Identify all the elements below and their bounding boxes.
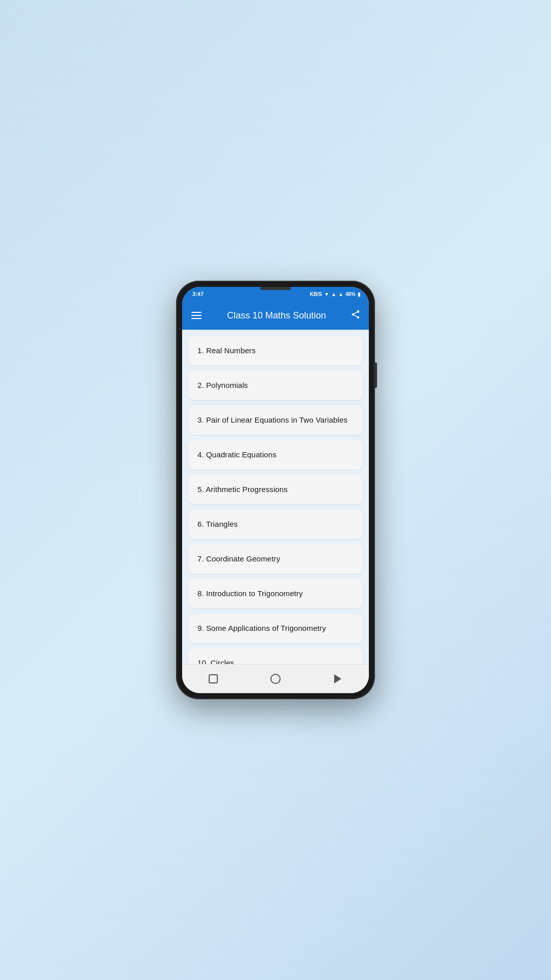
chapter-item-5[interactable]: 5. Arithmetic Progressions (188, 475, 363, 504)
app-title: Class 10 Maths Solution (209, 310, 344, 321)
share-button[interactable] (350, 309, 361, 322)
chapter-item-3[interactable]: 3. Pair of Linear Equations in Two Varia… (188, 405, 363, 435)
chapter-item-1[interactable]: 1. Real Numbers (188, 336, 363, 365)
phone-notch (260, 287, 291, 290)
chapter-label-5: 5. Arithmetic Progressions (197, 485, 288, 494)
menu-button[interactable] (190, 311, 203, 320)
recent-icon (209, 674, 218, 683)
wifi-icon: ▼ (324, 291, 329, 297)
chapter-label-9: 9. Some Applications of Trigonometry (197, 624, 326, 632)
data-speed: KB/S (310, 291, 322, 297)
status-icons: KB/S ▼ ▲ ▲ 46% ▮ (310, 291, 361, 297)
chapter-item-6[interactable]: 6. Triangles (188, 509, 363, 539)
back-icon (334, 674, 341, 683)
app-bar: Class 10 Maths Solution (182, 301, 369, 330)
chapter-item-8[interactable]: 8. Introduction to Trigonometry (188, 579, 363, 608)
phone-screen: 3:47 KB/S ▼ ▲ ▲ 46% ▮ Class 10 Maths Sol… (182, 287, 369, 693)
chapter-list: 1. Real Numbers2. Polynomials3. Pair of … (182, 330, 369, 664)
chapter-label-2: 2. Polynomials (197, 381, 248, 389)
back-button[interactable] (329, 670, 347, 688)
battery-icon: ▮ (358, 291, 361, 297)
chapter-label-6: 6. Triangles (197, 520, 238, 528)
home-icon (270, 674, 281, 684)
recent-apps-button[interactable] (204, 670, 222, 688)
chapter-item-7[interactable]: 7. Coordinate Geometry (188, 544, 363, 574)
chapter-label-8: 8. Introduction to Trigonometry (197, 589, 303, 598)
chapter-item-10[interactable]: 10. Circles (188, 648, 363, 664)
phone-frame: 3:47 KB/S ▼ ▲ ▲ 46% ▮ Class 10 Maths Sol… (176, 281, 375, 699)
chapter-item-4[interactable]: 4. Quadratic Equations (188, 440, 363, 470)
mobile-data-icon: ▲ (338, 291, 343, 297)
home-button[interactable] (266, 670, 285, 688)
chapter-label-10: 10. Circles (197, 658, 234, 664)
chapter-label-3: 3. Pair of Linear Equations in Two Varia… (197, 415, 347, 424)
chapter-item-9[interactable]: 9. Some Applications of Trigonometry (188, 614, 363, 643)
nav-bar (182, 664, 369, 693)
chapter-item-2[interactable]: 2. Polynomials (188, 371, 363, 400)
chapter-label-7: 7. Coordinate Geometry (197, 554, 280, 563)
battery-percent: 46% (345, 291, 356, 297)
signal-icon: ▲ (331, 291, 336, 297)
chapter-label-1: 1. Real Numbers (197, 346, 256, 355)
status-time: 3:47 (190, 291, 204, 297)
side-button (375, 362, 377, 388)
chapter-label-4: 4. Quadratic Equations (197, 450, 277, 459)
